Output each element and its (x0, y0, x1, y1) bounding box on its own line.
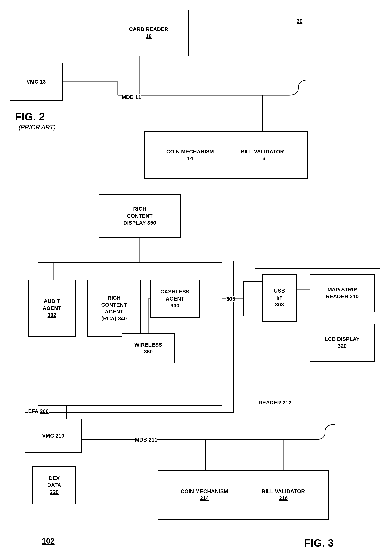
rich-content-display-box: RICHCONTENTDISPLAY 350 (99, 194, 181, 238)
usb-if-box: USBI/F308 (262, 274, 297, 322)
audit-agent-box: AUDITAGENT302 (28, 280, 76, 337)
efa200-label: EFA 200 (28, 408, 49, 414)
mag-strip-reader-label: MAG STRIPREADER 310 (326, 286, 359, 300)
bill-validator216-box: BILL VALIDATOR216 (238, 470, 329, 519)
cashless-agent-box: CASHLESSAGENT330 (150, 280, 200, 318)
vmc13-label: VMC 13 (26, 79, 46, 85)
fig3-label: FIG. 3 (304, 537, 334, 549)
wireless-box: WIRELESS360 (122, 333, 175, 364)
lcd-display-label: LCD DISPLAY320 (325, 336, 360, 350)
bill-validator216-label: BILL VALIDATOR216 (262, 488, 305, 502)
ref305-label: 305 (226, 296, 235, 302)
bill-validator16-box: BILL VALIDATOR16 (217, 131, 308, 179)
lcd-display-box: LCD DISPLAY320 (310, 324, 375, 362)
mdb11-label: MDB 11 (122, 94, 141, 100)
audit-agent-label: AUDITAGENT302 (42, 298, 61, 319)
vmc210-box: VMC 210 (25, 419, 82, 453)
rich-content-display-label: RICHCONTENTDISPLAY 350 (123, 206, 156, 226)
wireless-label: WIRELESS360 (134, 341, 162, 355)
coin-mechanism214-box: COIN MECHANISM214 (158, 470, 251, 519)
dex-data-box: DEXDATA220 (32, 466, 76, 504)
coin-mechanism214-label: COIN MECHANISM214 (181, 488, 228, 502)
fig2-label: FIG. 2 (15, 110, 45, 123)
diagram-container: CARD READER18 VMC 13 MDB 11 20 COIN MECH… (0, 0, 392, 554)
prior-art-label: (PRIOR ART) (19, 124, 56, 131)
usb-if-label: USBI/F308 (274, 287, 285, 308)
card-reader-label: CARD READER18 (129, 26, 168, 40)
vmc210-label: VMC 210 (42, 432, 64, 439)
cashless-agent-label: CASHLESSAGENT330 (161, 288, 189, 309)
mdb211-label: MDB 211 (135, 437, 157, 443)
ref102-label: 102 (42, 537, 55, 545)
rich-content-agent-label: RICHCONTENTAGENT(RCA) 340 (101, 295, 127, 322)
vmc13-box: VMC 13 (9, 63, 63, 101)
coin-mechanism14-label: COIN MECHANISM14 (166, 148, 214, 162)
dex-data-label: DEXDATA220 (47, 475, 61, 496)
rich-content-agent-box: RICHCONTENTAGENT(RCA) 340 (87, 280, 141, 337)
bill-validator16-label: BILL VALIDATOR16 (241, 148, 284, 162)
reader212-label: READER 212 (259, 400, 291, 406)
card-reader-box: CARD READER18 (109, 9, 189, 56)
ref20-label: 20 (297, 18, 302, 24)
mag-strip-reader-box: MAG STRIPREADER 310 (310, 274, 375, 312)
